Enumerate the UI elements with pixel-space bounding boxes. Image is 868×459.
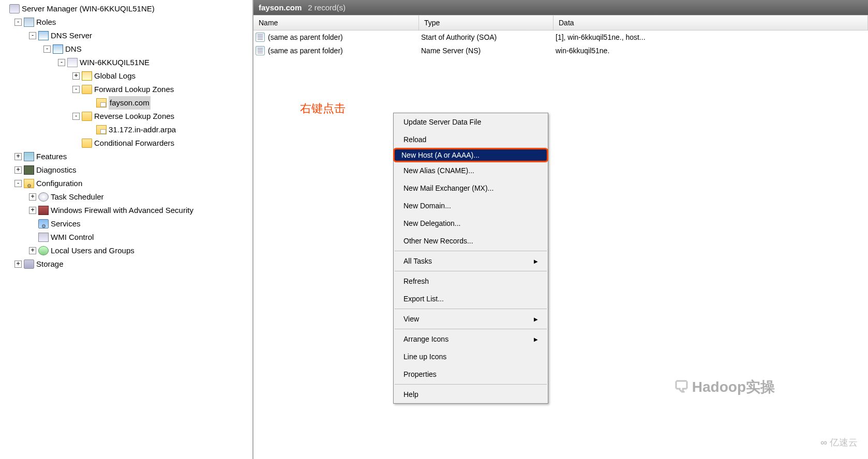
ctx-new-delegation[interactable]: New Delegation... bbox=[394, 215, 548, 232]
record-icon bbox=[256, 46, 265, 55]
tree-diagnostics[interactable]: +Diagnostics bbox=[0, 163, 252, 177]
watermark-hadoop: Hadoop实操 bbox=[674, 377, 775, 397]
expander-icon[interactable]: + bbox=[14, 261, 22, 268]
expander-icon[interactable]: + bbox=[14, 166, 22, 174]
tree-services[interactable]: Services bbox=[0, 217, 252, 231]
tree-host[interactable]: -WIN-6KKUQIL51NE bbox=[0, 56, 252, 69]
tree-rev-zones[interactable]: -Reverse Lookup Zones bbox=[0, 110, 252, 123]
expander-icon[interactable]: - bbox=[72, 113, 80, 120]
tree-storage[interactable]: +Storage bbox=[0, 257, 252, 271]
tree-root[interactable]: Server Manager (WIN-6KKUQIL51NE) bbox=[0, 2, 252, 16]
ctx-other-new[interactable]: Other New Records... bbox=[394, 232, 548, 250]
record-list: (same as parent folder) Start of Authori… bbox=[253, 30, 868, 57]
ctx-lineup[interactable]: Line up Icons bbox=[394, 348, 548, 365]
tree-dns-server[interactable]: -DNS Server bbox=[0, 29, 252, 42]
tree-rev-zone1[interactable]: 31.172.in-addr.arpa bbox=[0, 123, 252, 136]
tree-cond-fwd[interactable]: Conditional Forwarders bbox=[0, 136, 252, 150]
expander-icon[interactable]: - bbox=[58, 59, 65, 66]
tree-configuration[interactable]: -Configuration bbox=[0, 177, 252, 190]
context-menu: Update Server Data File Reload New Host … bbox=[393, 113, 548, 404]
ctx-view[interactable]: View▶ bbox=[394, 310, 548, 328]
expander-icon[interactable]: - bbox=[14, 180, 22, 187]
submenu-arrow-icon: ▶ bbox=[534, 258, 538, 264]
expander-icon[interactable]: - bbox=[43, 45, 51, 53]
expander-icon[interactable]: + bbox=[29, 193, 36, 201]
expander-icon[interactable]: + bbox=[14, 153, 22, 160]
zone-title: fayson.com bbox=[259, 3, 302, 12]
separator bbox=[395, 329, 547, 329]
annotation-label: 右键点击 bbox=[300, 101, 346, 116]
ctx-reload[interactable]: Reload bbox=[394, 131, 548, 148]
ctx-arrange[interactable]: Arrange Icons▶ bbox=[394, 330, 548, 348]
tree-global-logs[interactable]: +Global Logs bbox=[0, 69, 252, 83]
tree-features[interactable]: +Features bbox=[0, 150, 252, 163]
separator bbox=[395, 271, 547, 271]
ctx-export[interactable]: Export List... bbox=[394, 290, 548, 308]
record-count: 2 record(s) bbox=[308, 3, 346, 12]
col-type[interactable]: Type bbox=[419, 16, 553, 30]
ctx-update[interactable]: Update Server Data File bbox=[394, 113, 548, 131]
watermark-yisu: 亿速云 bbox=[820, 436, 858, 449]
tree-firewall[interactable]: +Windows Firewall with Advanced Security bbox=[0, 204, 252, 217]
expander-icon[interactable]: + bbox=[72, 72, 80, 80]
separator bbox=[395, 309, 547, 309]
ctx-all-tasks[interactable]: All Tasks▶ bbox=[394, 252, 548, 270]
expander-icon[interactable]: + bbox=[29, 247, 36, 254]
record-row[interactable]: (same as parent folder) Start of Authori… bbox=[253, 30, 868, 44]
tree-fayson[interactable]: fayson.com bbox=[0, 96, 252, 110]
ctx-help[interactable]: Help bbox=[394, 386, 548, 403]
tree-roles[interactable]: -Roles bbox=[0, 16, 252, 29]
record-row[interactable]: (same as parent folder) Name Server (NS)… bbox=[253, 44, 868, 57]
tree-task-scheduler[interactable]: +Task Scheduler bbox=[0, 190, 252, 204]
tree-fwd-zones[interactable]: -Forward Lookup Zones bbox=[0, 83, 252, 96]
ctx-new-mx[interactable]: New Mail Exchanger (MX)... bbox=[394, 179, 548, 197]
separator bbox=[395, 384, 547, 385]
separator bbox=[395, 251, 547, 251]
tree-dns[interactable]: -DNS bbox=[0, 42, 252, 56]
record-icon bbox=[256, 33, 265, 42]
expander-icon[interactable]: - bbox=[72, 86, 80, 93]
column-headers: Name Type Data bbox=[253, 15, 868, 30]
tree-local-users[interactable]: +Local Users and Groups bbox=[0, 244, 252, 257]
ctx-properties[interactable]: Properties bbox=[394, 365, 548, 383]
expander-icon[interactable]: - bbox=[14, 19, 22, 26]
ctx-refresh[interactable]: Refresh bbox=[394, 272, 548, 290]
submenu-arrow-icon: ▶ bbox=[534, 316, 538, 322]
ctx-new-host[interactable]: New Host (A or AAAA)... bbox=[393, 148, 548, 162]
submenu-arrow-icon: ▶ bbox=[534, 336, 538, 342]
expander-icon[interactable]: + bbox=[29, 207, 36, 214]
tree-panel: Server Manager (WIN-6KKUQIL51NE) -Roles … bbox=[0, 0, 253, 459]
tree-wmi[interactable]: WMI Control bbox=[0, 231, 252, 244]
content-header: fayson.com 2 record(s) bbox=[253, 0, 868, 15]
expander-icon[interactable]: - bbox=[29, 32, 36, 39]
tree-root-label: Server Manager (WIN-6KKUQIL51NE) bbox=[22, 2, 155, 16]
tree-selected: fayson.com bbox=[109, 96, 151, 110]
col-name[interactable]: Name bbox=[253, 16, 419, 30]
col-data[interactable]: Data bbox=[553, 16, 868, 30]
ctx-new-domain[interactable]: New Domain... bbox=[394, 197, 548, 215]
ctx-new-alias[interactable]: New Alias (CNAME)... bbox=[394, 162, 548, 179]
